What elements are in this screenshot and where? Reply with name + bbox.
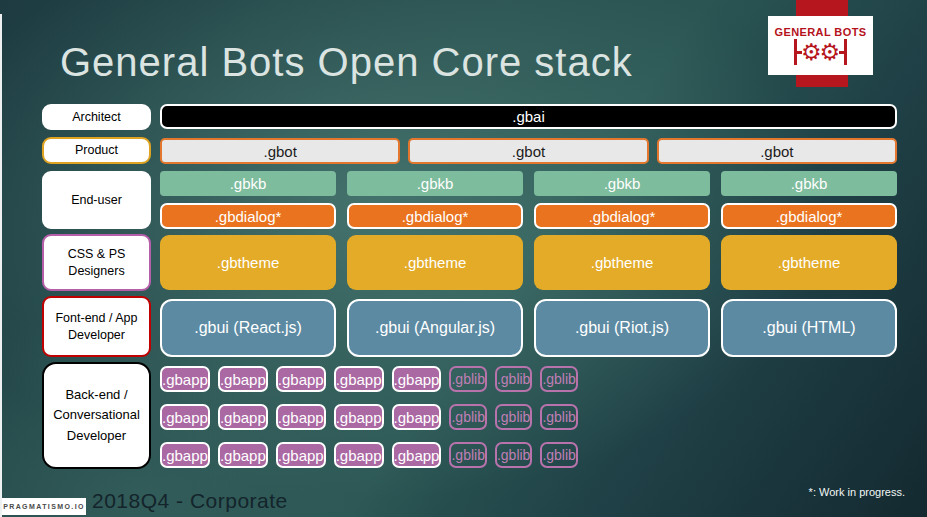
gbapp-box: .gbapp bbox=[160, 442, 210, 468]
gbapp-box: .gbapp bbox=[218, 366, 268, 392]
gbapp-box: .gbapp bbox=[218, 404, 268, 430]
gear-icon: ⚙ bbox=[801, 41, 822, 64]
gbtheme-box: .gbtheme bbox=[721, 235, 897, 290]
band-gbdialog: .gbdialog*.gbdialog*.gbdialog*.gbdialog* bbox=[160, 203, 897, 229]
slide: General Bots Open Core stack GENERAL BOT… bbox=[0, 0, 927, 517]
gbdialog-box: .gbdialog* bbox=[347, 203, 523, 229]
gblib-box: .gblib bbox=[540, 442, 577, 468]
work-in-progress-footnote: *: Work in progress. bbox=[809, 486, 905, 498]
gbkb-box: .gbkb bbox=[160, 171, 336, 196]
band-gbai: .gbai bbox=[160, 104, 897, 129]
gblib-box: .gblib bbox=[449, 404, 486, 430]
gbapp-box: .gbapp bbox=[160, 366, 210, 392]
gbapp-box: .gbapp bbox=[392, 442, 442, 468]
band-backend-row-2: .gbapp.gbapp.gbapp.gbapp.gbapp .gblib.gb… bbox=[160, 404, 897, 430]
gblib-box: .gblib bbox=[495, 404, 532, 430]
row-label-architect: Architect bbox=[42, 104, 151, 130]
gbapp-box: .gbapp bbox=[334, 442, 384, 468]
gbapp-box: .gbapp bbox=[276, 366, 326, 392]
band-gbui: .gbui (React.js).gbui (Angular.js).gbui … bbox=[160, 299, 897, 357]
band-backend-row-1: .gbapp.gbapp.gbapp.gbapp.gbapp .gblib.gb… bbox=[160, 366, 897, 392]
gbapp-box: .gbapp bbox=[392, 366, 442, 392]
slide-left-edge-line bbox=[0, 14, 2, 517]
gbapp-box: .gbapp bbox=[276, 404, 326, 430]
gbapp-box: .gbapp bbox=[218, 442, 268, 468]
gbot-box: .gbot bbox=[408, 138, 648, 164]
gbtheme-box: .gbtheme bbox=[534, 235, 710, 290]
band-gbkb: .gbkb.gbkb.gbkb.gbkb bbox=[160, 171, 897, 196]
row-label-back-end-conversational-developer: Back-end / Conversational Developer bbox=[42, 362, 151, 469]
gbtheme-box: .gbtheme bbox=[347, 235, 523, 290]
gbai-box: .gbai bbox=[160, 104, 897, 129]
gbot-box: .gbot bbox=[657, 138, 897, 164]
gear-icon: ⚙ bbox=[820, 41, 841, 64]
general-bots-logo: GENERAL BOTS ⚙ ⚙ bbox=[768, 16, 873, 75]
gbkb-box: .gbkb bbox=[347, 171, 523, 196]
row-label-front-end-app-developer: Font-end / App Developer bbox=[42, 296, 151, 357]
page-title: General Bots Open Core stack bbox=[60, 40, 633, 85]
gbapp-box: .gbapp bbox=[392, 404, 442, 430]
gear-bar-right-icon bbox=[844, 39, 847, 65]
gbdialog-box: .gbdialog* bbox=[160, 203, 336, 229]
gblib-box: .gblib bbox=[540, 404, 577, 430]
logo-text: GENERAL BOTS bbox=[775, 26, 867, 38]
gblib-box: .gblib bbox=[449, 442, 486, 468]
row-label-css-ps-designers: CSS & PS Designers bbox=[42, 234, 151, 291]
gblib-box: .gblib bbox=[495, 366, 532, 392]
gbtheme-box: .gbtheme bbox=[160, 235, 336, 290]
band-backend-row-3: .gbapp.gbapp.gbapp.gbapp.gbapp .gblib.gb… bbox=[160, 442, 897, 468]
row-label-product: Product bbox=[42, 137, 151, 164]
gblib-box: .gblib bbox=[495, 442, 532, 468]
band-gbot: .gbot.gbot.gbot bbox=[160, 138, 897, 164]
pragmatismo-badge: PRAGMATISMO.IO bbox=[2, 498, 86, 515]
gbapp-box: .gbapp bbox=[334, 366, 384, 392]
gbui-box: .gbui (HTML) bbox=[721, 299, 897, 357]
gbui-box: .gbui (React.js) bbox=[160, 299, 336, 357]
gbot-box: .gbot bbox=[160, 138, 400, 164]
gbapp-box: .gbapp bbox=[160, 404, 210, 430]
gbdialog-box: .gbdialog* bbox=[721, 203, 897, 229]
gbui-box: .gbui (Angular.js) bbox=[347, 299, 523, 357]
gbdialog-box: .gbdialog* bbox=[534, 203, 710, 229]
gbkb-box: .gbkb bbox=[534, 171, 710, 196]
gbapp-box: .gbapp bbox=[334, 404, 384, 430]
gblib-box: .gblib bbox=[540, 366, 577, 392]
gblib-box: .gblib bbox=[449, 366, 486, 392]
footer-edition-text: 2018Q4 - Corporate bbox=[92, 489, 288, 513]
row-label-end-user: End-user bbox=[42, 171, 151, 229]
gbkb-box: .gbkb bbox=[721, 171, 897, 196]
gbapp-box: .gbapp bbox=[276, 442, 326, 468]
gbui-box: .gbui (Riot.js) bbox=[534, 299, 710, 357]
gears-icon: ⚙ ⚙ bbox=[794, 39, 847, 65]
band-gbtheme: .gbtheme.gbtheme.gbtheme.gbtheme bbox=[160, 235, 897, 290]
